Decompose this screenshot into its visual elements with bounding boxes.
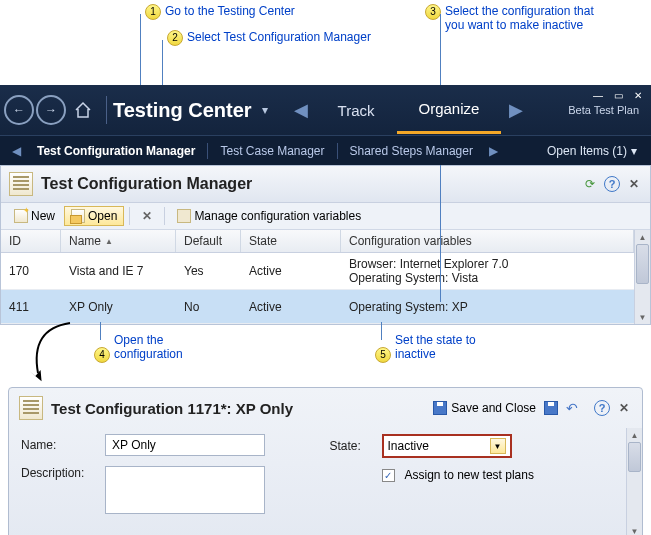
chevron-right-icon[interactable]: ▶: [501, 99, 531, 121]
table-row[interactable]: 411 XP Only No Active Operating System: …: [1, 290, 634, 324]
delete-button[interactable]: ✕: [135, 206, 159, 226]
test-plan-label[interactable]: Beta Test Plan: [568, 104, 639, 116]
assign-label: Assign to new test plans: [405, 468, 534, 482]
help-icon[interactable]: ?: [604, 176, 620, 192]
callout-2-text: Select Test Configuration Manager: [187, 30, 371, 44]
app-window: — ▭ ✕ ← → Testing Center ▾ ◀ Track Organ…: [0, 85, 651, 165]
scroll-up-icon[interactable]: ▲: [627, 428, 642, 442]
scrollbar[interactable]: ▲ ▼: [634, 230, 650, 324]
editor-title: Test Configuration 1171*: XP Only: [51, 400, 429, 417]
assign-checkbox[interactable]: ✓: [382, 469, 395, 482]
chevron-down-icon[interactable]: ▾: [262, 103, 268, 117]
save-icon: [544, 401, 558, 415]
col-name[interactable]: Name▲: [61, 230, 176, 252]
back-button[interactable]: ←: [4, 95, 34, 125]
callout-4-text: Open the configuration: [114, 333, 214, 361]
manage-vars-button[interactable]: Manage configuration variables: [170, 206, 368, 226]
close-icon[interactable]: ✕: [631, 89, 645, 101]
scroll-down-icon[interactable]: ▼: [627, 524, 642, 535]
chevron-down-icon: ▼: [490, 438, 506, 454]
subnav-config-manager[interactable]: Test Configuration Manager: [25, 144, 207, 158]
name-field[interactable]: [105, 434, 265, 456]
forward-button[interactable]: →: [36, 95, 66, 125]
col-id[interactable]: ID: [1, 230, 61, 252]
close-icon[interactable]: ✕: [616, 400, 632, 416]
scroll-thumb[interactable]: [636, 244, 649, 284]
app-title[interactable]: Testing Center: [113, 99, 252, 122]
undo-icon: ↶: [566, 400, 578, 416]
state-dropdown[interactable]: Inactive ▼: [382, 434, 512, 458]
flow-arrow-icon: [20, 319, 90, 389]
close-icon[interactable]: ✕: [626, 176, 642, 192]
new-icon: [14, 209, 28, 223]
sort-asc-icon: ▲: [105, 237, 113, 246]
maximize-icon[interactable]: ▭: [611, 89, 625, 101]
tab-organize[interactable]: Organize: [397, 86, 502, 134]
refresh-icon[interactable]: ⟳: [582, 176, 598, 192]
save-button[interactable]: [540, 399, 562, 417]
config-editor-panel: Test Configuration 1171*: XP Only Save a…: [8, 387, 643, 535]
subnav-steps-manager[interactable]: Shared Steps Manager: [338, 144, 485, 158]
undo-button[interactable]: ↶: [562, 398, 582, 418]
variables-icon: [177, 209, 191, 223]
scroll-thumb[interactable]: [628, 442, 641, 472]
scroll-down-icon[interactable]: ▼: [635, 310, 650, 324]
save-and-close-button[interactable]: Save and Close: [429, 399, 540, 417]
description-label: Description:: [21, 466, 95, 480]
help-icon[interactable]: ?: [594, 400, 610, 416]
document-icon: [9, 172, 33, 196]
save-icon: [433, 401, 447, 415]
delete-icon: ✕: [142, 209, 152, 223]
description-field[interactable]: [105, 466, 265, 514]
open-items-link[interactable]: Open Items (1) ▾: [541, 144, 643, 158]
open-icon: [71, 209, 85, 223]
panel-title: Test Configuration Manager: [41, 175, 576, 193]
subnav-case-manager[interactable]: Test Case Manager: [208, 144, 336, 158]
config-grid: ID Name▲ Default State Configuration var…: [1, 230, 634, 324]
chevron-left-icon[interactable]: ◀: [286, 99, 316, 121]
callout-3-text: Select the configuration that you want t…: [445, 4, 594, 32]
callout-5-text: Set the state to inactive: [395, 333, 505, 361]
new-button[interactable]: New: [7, 206, 62, 226]
scrollbar[interactable]: ▲ ▼: [626, 428, 642, 535]
name-label: Name:: [21, 438, 95, 452]
tab-track[interactable]: Track: [316, 88, 397, 133]
state-label: State:: [330, 439, 372, 453]
col-default[interactable]: Default: [176, 230, 241, 252]
home-icon[interactable]: [70, 97, 96, 123]
col-cvars[interactable]: Configuration variables: [341, 230, 634, 252]
scroll-up-icon[interactable]: ▲: [635, 230, 650, 244]
document-icon: [19, 396, 43, 420]
minimize-icon[interactable]: —: [591, 89, 605, 101]
callout-1-text: Go to the Testing Center: [165, 4, 295, 18]
chevron-left-icon[interactable]: ◀: [8, 144, 25, 158]
open-button[interactable]: Open: [64, 206, 124, 226]
table-row[interactable]: 170 Vista and IE 7 Yes Active Browser: I…: [1, 253, 634, 290]
chevron-right-icon[interactable]: ▶: [485, 144, 502, 158]
col-state[interactable]: State: [241, 230, 341, 252]
config-manager-panel: Test Configuration Manager ⟳ ? ✕ New Ope…: [0, 165, 651, 325]
